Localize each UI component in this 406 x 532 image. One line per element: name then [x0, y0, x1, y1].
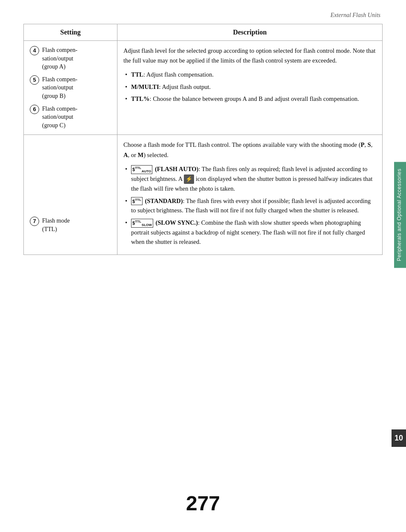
- settings-table: Setting Description 4 Flash compen-satio…: [23, 24, 383, 255]
- page-header: External Flash Units: [0, 0, 406, 24]
- list-item: M/MULTI: Adjust flash output.: [123, 82, 376, 92]
- table-row: 4 Flash compen-sation/output(group A) 5 …: [24, 41, 383, 135]
- bullet-list-2: $TTLAUTO (FLASH AUTO): The flash fires o…: [123, 164, 376, 247]
- list-item: TTL: Adjust flash compensation.: [123, 70, 376, 79]
- setting-label-6: Flash compen-sation/output(group C): [42, 105, 77, 130]
- setting-cell-1: 4 Flash compen-sation/output(group A) 5 …: [24, 41, 117, 135]
- setting-label-4: Flash compen-sation/output(group A): [42, 46, 77, 71]
- circle-7: 7: [30, 217, 39, 226]
- bullet-key: TTL%: [131, 95, 150, 102]
- col-setting: Setting: [24, 24, 117, 41]
- circle-4: 4: [30, 46, 39, 55]
- table-row: 7 Flash mode(TTL) Choose a flash mode fo…: [24, 135, 383, 255]
- ttl-std-icon: $TTL: [131, 197, 143, 205]
- list-item: $TTLSLOW (SLOW SYNC.): Combine the flash…: [123, 218, 376, 247]
- desc-cell-1: Adjust flash level for the selected grou…: [117, 41, 383, 135]
- ttl-slow-icon: $TTLSLOW: [131, 219, 153, 228]
- bullet-list-1: TTL: Adjust flash compensation. M/MULTI:…: [123, 70, 376, 103]
- setting-item-7: 7 Flash mode(TTL): [30, 217, 111, 233]
- flash-auto-label: (FLASH AUTO): [155, 166, 198, 172]
- desc-para-1: Adjust flash level for the selected grou…: [123, 46, 376, 66]
- chapter-number: 10: [395, 434, 403, 442]
- setting-item-5: 5 Flash compen-sation/output(group B): [30, 75, 111, 100]
- col-description: Description: [117, 24, 383, 41]
- header-title: External Flash Units: [331, 12, 380, 18]
- setting-cell-2: 7 Flash mode(TTL): [24, 135, 117, 255]
- main-content: Setting Description 4 Flash compen-satio…: [0, 24, 406, 255]
- sidebar-tab: Peripherals and Optional Accessories: [394, 162, 406, 268]
- page-number-area: 277: [0, 492, 406, 515]
- circle-5: 5: [30, 75, 39, 85]
- list-item: $TTLAUTO (FLASH AUTO): The flash fires o…: [123, 164, 376, 194]
- bullet-key: M/MULTI: [131, 83, 159, 90]
- list-item: $TTL (STANDARD): The flash fires with ev…: [123, 196, 376, 215]
- setting-item-6: 6 Flash compen-sation/output(group C): [30, 105, 111, 130]
- circle-6: 6: [30, 105, 39, 114]
- page-number: 277: [186, 492, 220, 515]
- setting-label-5: Flash compen-sation/output(group B): [42, 75, 77, 100]
- chapter-badge: 10: [392, 429, 406, 447]
- desc-cell-2: Choose a flash mode for TTL flash contro…: [117, 135, 383, 255]
- desc-intro-2: Choose a flash mode for TTL flash contro…: [123, 140, 376, 160]
- sidebar-label: Peripherals and Optional Accessories: [396, 169, 402, 261]
- bullet-key: TTL: [131, 71, 143, 78]
- list-item: TTL%: Choose the balance between groups …: [123, 94, 376, 103]
- standard-label: (STANDARD): [145, 197, 183, 204]
- setting-label-7: Flash mode(TTL): [42, 217, 70, 233]
- setting-item-4: 4 Flash compen-sation/output(group A): [30, 46, 111, 71]
- lightning-icon: ⚡: [184, 174, 194, 184]
- ttl-auto-icon: $TTLAUTO: [131, 165, 152, 174]
- slow-sync-label: (SLOW SYNC.): [155, 219, 198, 226]
